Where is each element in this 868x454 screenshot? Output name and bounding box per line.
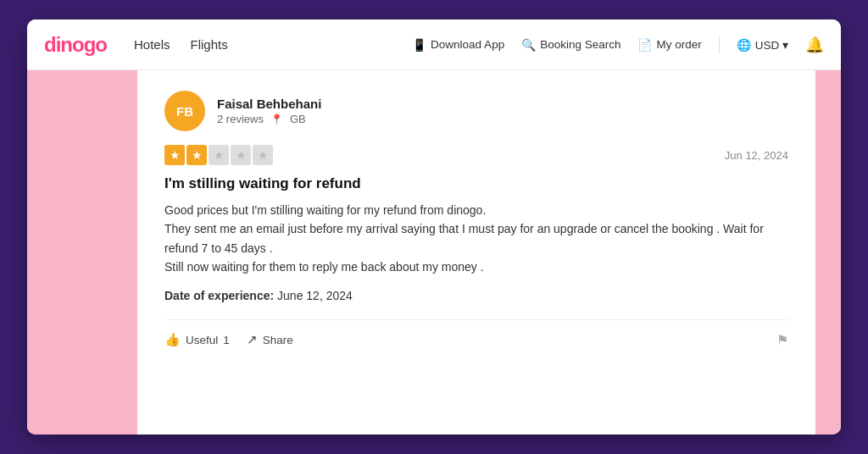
review-body-line-3: Still now waiting for them to reply me b… [164, 260, 484, 274]
my-order-label: My order [656, 38, 701, 51]
avatar: FB [164, 91, 205, 131]
useful-label: Useful [186, 334, 218, 346]
reviews-count: 2 reviews [217, 113, 264, 125]
nav-link-hotels[interactable]: Hotels [134, 37, 170, 52]
star-5: ★ [253, 145, 273, 165]
review-date: Jun 12, 2024 [725, 149, 788, 162]
browser-window: dinogo Hotels Flights 📱 Download App 🔍 B… [27, 19, 841, 435]
useful-button[interactable]: 👍 Useful 1 [164, 332, 230, 347]
search-icon: 🔍 [521, 38, 536, 52]
review-body: Good prices but I'm stilling waiting for… [164, 201, 788, 277]
review-divider [164, 319, 788, 320]
star-3: ★ [209, 145, 229, 165]
review-experience: Date of experience: June 12, 2024 [164, 289, 788, 302]
booking-search-label: Booking Search [540, 38, 620, 51]
share-button[interactable]: ↗ Share [247, 332, 293, 347]
nav-link-flights[interactable]: Flights [191, 37, 228, 52]
side-panel-left [27, 70, 137, 435]
thumbs-up-icon: 👍 [164, 332, 181, 347]
review-footer: 👍 Useful 1 ↗ Share ⚑ [164, 332, 788, 348]
reviewer-name: Faisal Behbehani [217, 97, 321, 111]
order-icon: 📄 [637, 38, 652, 52]
download-app-button[interactable]: 📱 Download App [412, 38, 504, 52]
review-area: FB Faisal Behbehani 2 reviews 📍 GB ★ ★ ★… [137, 70, 815, 435]
globe-icon: 🌐 [737, 38, 751, 52]
review-rating-row: ★ ★ ★ ★ ★ Jun 12, 2024 [164, 145, 788, 165]
useful-count: 1 [223, 334, 230, 346]
location-icon: 📍 [270, 114, 283, 125]
star-rating: ★ ★ ★ ★ ★ [164, 145, 273, 165]
navbar: dinogo Hotels Flights 📱 Download App 🔍 B… [27, 19, 841, 70]
phone-icon: 📱 [412, 38, 426, 52]
review-title: I'm stilling waiting for refund [164, 175, 788, 192]
booking-search-button[interactable]: 🔍 Booking Search [521, 38, 620, 52]
main-content: FB Faisal Behbehani 2 reviews 📍 GB ★ ★ ★… [27, 70, 841, 435]
star-4: ★ [231, 145, 251, 165]
star-1: ★ [164, 145, 185, 165]
download-app-label: Download App [431, 38, 504, 51]
star-2: ★ [186, 145, 207, 165]
logo[interactable]: dinogo [44, 33, 107, 57]
side-panel-right [815, 70, 841, 435]
experience-date-value: June 12, 2024 [277, 289, 353, 302]
currency-label: USD ▾ [755, 38, 788, 52]
experience-label: Date of experience: [164, 289, 274, 302]
notification-bell[interactable]: 🔔 [805, 36, 824, 54]
currency-selector[interactable]: 🌐 USD ▾ [737, 38, 788, 52]
nav-actions: 📱 Download App 🔍 Booking Search 📄 My ord… [412, 36, 824, 54]
review-body-line-1: Good prices but I'm stilling waiting for… [164, 203, 486, 217]
reviewer-header: FB Faisal Behbehani 2 reviews 📍 GB [164, 91, 788, 131]
share-icon: ↗ [247, 332, 258, 347]
nav-divider [719, 36, 720, 53]
footer-left-actions: 👍 Useful 1 ↗ Share [164, 332, 293, 347]
my-order-button[interactable]: 📄 My order [637, 38, 701, 52]
reviewer-info: Faisal Behbehani 2 reviews 📍 GB [217, 97, 321, 125]
flag-button[interactable]: ⚑ [776, 332, 788, 348]
reviewer-meta: 2 reviews 📍 GB [217, 113, 321, 125]
share-label: Share [263, 334, 293, 346]
review-body-line-2: They sent me an email just before my arr… [164, 222, 764, 254]
reviewer-location: GB [290, 113, 306, 125]
